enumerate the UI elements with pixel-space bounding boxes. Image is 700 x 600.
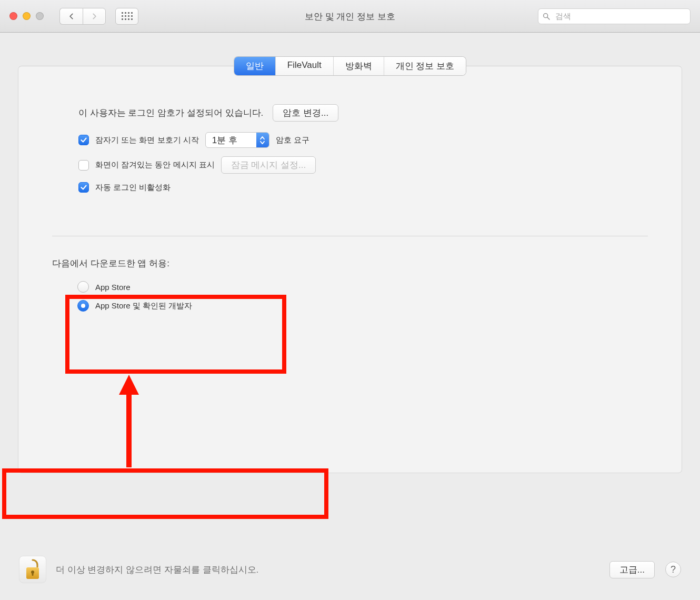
chevron-right-icon [91, 13, 98, 20]
back-button[interactable] [59, 8, 83, 25]
grid-icon [122, 12, 133, 20]
gatekeeper-identified-radio[interactable] [77, 300, 89, 312]
gatekeeper-appstore-radio[interactable] [77, 281, 89, 293]
nav-buttons [59, 8, 106, 25]
search-icon [542, 12, 551, 21]
lock-hint-text: 더 이상 변경하지 않으려면 자물쇠를 클릭하십시오. [56, 564, 258, 576]
content-area: 일반 FileVault 방화벽 개인 정보 보호 이 사용자는 로그인 암호가… [0, 33, 700, 473]
unlock-icon [22, 558, 43, 581]
window-title: 보안 및 개인 정보 보호 [305, 10, 395, 22]
show-all-prefs-button[interactable] [115, 8, 138, 25]
show-lock-message-checkbox[interactable] [78, 160, 89, 171]
require-password-label: 잠자기 또는 화면 보호기 시작 [95, 135, 199, 145]
check-icon [80, 136, 87, 144]
svg-line-1 [547, 17, 549, 19]
login-password-label: 이 사용자는 로그인 암호가 설정되어 있습니다. [78, 107, 263, 119]
lock-button[interactable] [19, 556, 46, 583]
minimize-window-button[interactable] [23, 12, 31, 20]
advanced-button[interactable]: 고급... [609, 561, 655, 578]
tab-firewall[interactable]: 방화벽 [334, 57, 384, 75]
gatekeeper-heading: 다음에서 다운로드한 앱 허용: [52, 257, 648, 269]
window-controls [9, 12, 44, 20]
chevron-left-icon [68, 13, 75, 20]
check-icon [80, 184, 87, 191]
svg-rect-4 [32, 572, 34, 576]
annotation-highlight-lock [2, 468, 328, 519]
bottom-bar: 더 이상 변경하지 않으려면 자물쇠를 클릭하십시오. 고급... ? [0, 539, 700, 600]
search-field[interactable] [538, 8, 691, 24]
svg-point-0 [544, 13, 548, 17]
search-input[interactable] [538, 8, 691, 24]
tab-filevault[interactable]: FileVault [276, 57, 334, 75]
tab-general[interactable]: 일반 [234, 57, 276, 75]
require-password-checkbox[interactable] [78, 135, 89, 145]
help-button[interactable]: ? [665, 562, 681, 577]
show-lock-message-label: 화면이 잠겨있는 동안 메시지 표시 [95, 160, 215, 170]
forward-button[interactable] [83, 8, 106, 25]
close-window-button[interactable] [9, 12, 17, 20]
require-password-delay-value: 1분 후 [206, 134, 256, 146]
disable-auto-login-checkbox[interactable] [78, 182, 89, 193]
disable-auto-login-label: 자동 로그인 비활성화 [95, 183, 171, 193]
panel-divider [52, 236, 648, 236]
require-password-delay-combo[interactable]: 1분 후 [205, 132, 269, 148]
combo-arrows-icon [256, 132, 269, 148]
tab-privacy[interactable]: 개인 정보 보호 [384, 57, 466, 75]
titlebar: 보안 및 개인 정보 보호 [0, 0, 700, 33]
set-lock-message-button[interactable]: 잠금 메시지 설정... [221, 156, 316, 174]
tab-bar: 일반 FileVault 방화벽 개인 정보 보호 [18, 57, 682, 75]
gatekeeper-appstore-label: App Store [95, 283, 131, 292]
general-panel: 이 사용자는 로그인 암호가 설정되어 있습니다. 암호 변경... 잠자기 또… [18, 66, 682, 473]
gatekeeper-identified-label: App Store 및 확인된 개발자 [95, 301, 192, 311]
change-password-button[interactable]: 암호 변경... [273, 104, 338, 122]
zoom-window-button[interactable] [36, 12, 44, 20]
require-password-suffix: 암호 요구 [276, 135, 309, 145]
